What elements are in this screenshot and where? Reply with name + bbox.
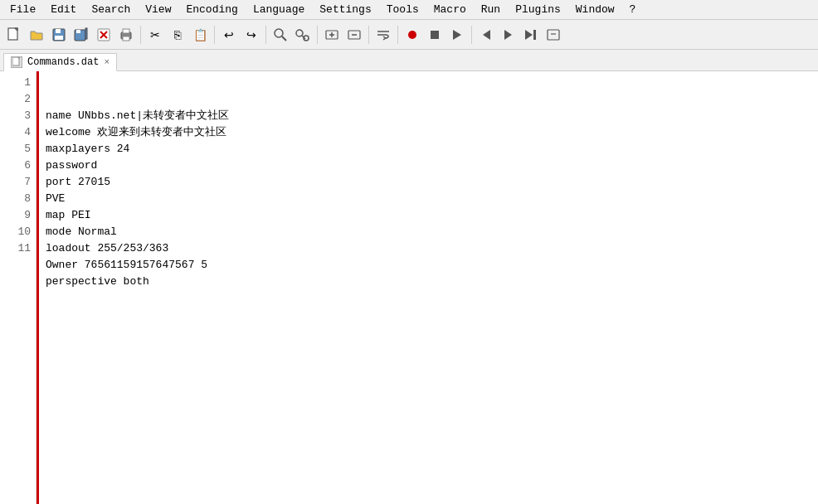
tab-file-icon bbox=[11, 56, 22, 68]
svg-point-14 bbox=[275, 29, 283, 37]
file-tab[interactable]: Commands.dat × bbox=[3, 53, 117, 71]
code-line-11: perspective both bbox=[46, 274, 811, 290]
cut-button[interactable]: ✂ bbox=[144, 24, 166, 46]
macro-stop-button[interactable] bbox=[424, 24, 446, 46]
print-button[interactable] bbox=[115, 24, 137, 46]
word-wrap-button[interactable] bbox=[372, 24, 394, 46]
code-line-7: map PEI bbox=[46, 207, 811, 224]
line-number-3: 3 bbox=[0, 108, 31, 124]
svg-point-16 bbox=[296, 30, 303, 36]
macro-play-button[interactable] bbox=[446, 24, 468, 46]
save-button[interactable] bbox=[48, 24, 70, 46]
line-number-9: 9 bbox=[0, 207, 31, 224]
paste-button[interactable]: 📋 bbox=[189, 24, 211, 46]
svg-marker-32 bbox=[504, 30, 512, 40]
macro-end-button[interactable] bbox=[520, 24, 542, 46]
code-line-4: password bbox=[46, 158, 811, 174]
tab-label: Commands.dat bbox=[27, 56, 99, 68]
replace-button[interactable] bbox=[292, 24, 314, 46]
macro-rec-button[interactable] bbox=[402, 24, 423, 46]
sep2 bbox=[214, 26, 215, 44]
open-file-button[interactable] bbox=[26, 24, 47, 46]
code-line-9: loadout 255/253/363 bbox=[46, 240, 811, 257]
tabbar: Commands.dat × bbox=[0, 50, 818, 71]
undo-button[interactable]: ↩ bbox=[218, 24, 240, 46]
code-line-8: mode Normal bbox=[46, 224, 811, 240]
menu-file[interactable]: File bbox=[3, 2, 42, 17]
line-numbers-gutter: 1234567891011 bbox=[0, 71, 37, 504]
sync-scroll-button[interactable] bbox=[343, 24, 365, 46]
zoom-in-button[interactable] bbox=[321, 24, 343, 46]
menu-macro[interactable]: Macro bbox=[427, 2, 473, 17]
menu-view[interactable]: View bbox=[139, 2, 178, 17]
svg-marker-33 bbox=[525, 30, 533, 40]
line-number-4: 4 bbox=[0, 124, 31, 141]
line-number-10: 10 bbox=[0, 224, 31, 240]
line-number-7: 7 bbox=[0, 174, 31, 191]
menubar: File Edit Search View Encoding Language … bbox=[0, 0, 818, 20]
sep3 bbox=[265, 26, 266, 44]
menu-search[interactable]: Search bbox=[85, 2, 137, 17]
svg-rect-35 bbox=[548, 30, 559, 40]
save-all-button[interactable] bbox=[71, 24, 92, 46]
code-line-5: port 27015 bbox=[46, 174, 811, 191]
menu-plugins[interactable]: Plugins bbox=[509, 2, 567, 17]
sep6 bbox=[397, 26, 398, 44]
line-number-11: 11 bbox=[0, 240, 31, 257]
sep1 bbox=[140, 26, 141, 44]
editor-container: 1234567891011 name UNbbs.net|未转变者中文社区wel… bbox=[0, 71, 818, 504]
menu-edit[interactable]: Edit bbox=[44, 2, 83, 17]
menu-language[interactable]: Language bbox=[246, 2, 311, 17]
code-line-1: name UNbbs.net|未转变者中文社区 bbox=[46, 108, 811, 124]
code-editor[interactable]: name UNbbs.net|未转变者中文社区welcome 欢迎来到未转变者中… bbox=[39, 71, 818, 504]
line-number-2: 2 bbox=[0, 91, 31, 108]
line-number-6: 6 bbox=[0, 158, 31, 174]
menu-window[interactable]: Window bbox=[569, 2, 621, 17]
redo-button[interactable]: ↪ bbox=[241, 24, 262, 46]
svg-rect-13 bbox=[123, 36, 129, 41]
macro-next-button[interactable] bbox=[498, 24, 519, 46]
svg-line-27 bbox=[383, 38, 386, 40]
line-number-8: 8 bbox=[0, 191, 31, 207]
menu-settings[interactable]: Settings bbox=[313, 2, 377, 17]
copy-button[interactable]: ⎘ bbox=[167, 24, 188, 46]
menu-tools[interactable]: Tools bbox=[380, 2, 426, 17]
line-number-5: 5 bbox=[0, 141, 31, 158]
sep7 bbox=[471, 26, 472, 44]
code-line-2: welcome 欢迎来到未转变者中文社区 bbox=[46, 124, 811, 141]
svg-marker-31 bbox=[483, 30, 490, 40]
macro-prev-button[interactable] bbox=[475, 24, 497, 46]
sep4 bbox=[317, 26, 318, 44]
svg-rect-12 bbox=[123, 29, 129, 33]
svg-rect-29 bbox=[431, 31, 439, 39]
svg-rect-3 bbox=[56, 29, 61, 33]
new-file-button[interactable] bbox=[3, 24, 25, 46]
line-number-1: 1 bbox=[0, 75, 31, 91]
menu-run[interactable]: Run bbox=[475, 2, 507, 17]
find-button[interactable] bbox=[270, 24, 291, 46]
tab-close-button[interactable]: × bbox=[104, 58, 110, 67]
svg-point-28 bbox=[408, 31, 416, 39]
svg-rect-34 bbox=[533, 30, 536, 40]
svg-rect-4 bbox=[55, 36, 63, 40]
close-button[interactable] bbox=[93, 24, 114, 46]
menu-help[interactable]: ? bbox=[623, 2, 643, 17]
extra-button[interactable] bbox=[543, 24, 564, 46]
svg-rect-37 bbox=[12, 57, 19, 65]
toolbar: ✂ ⎘ 📋 ↩ ↪ bbox=[0, 20, 818, 50]
svg-marker-30 bbox=[453, 30, 461, 40]
svg-rect-6 bbox=[76, 30, 80, 33]
svg-line-15 bbox=[282, 36, 286, 41]
sep5 bbox=[368, 26, 369, 44]
code-line-10: Owner 76561159157647567 5 bbox=[46, 257, 811, 274]
code-line-6: PVE bbox=[46, 191, 811, 207]
svg-rect-7 bbox=[85, 28, 87, 39]
menu-encoding[interactable]: Encoding bbox=[179, 2, 244, 17]
code-line-3: maxplayers 24 bbox=[46, 141, 811, 158]
